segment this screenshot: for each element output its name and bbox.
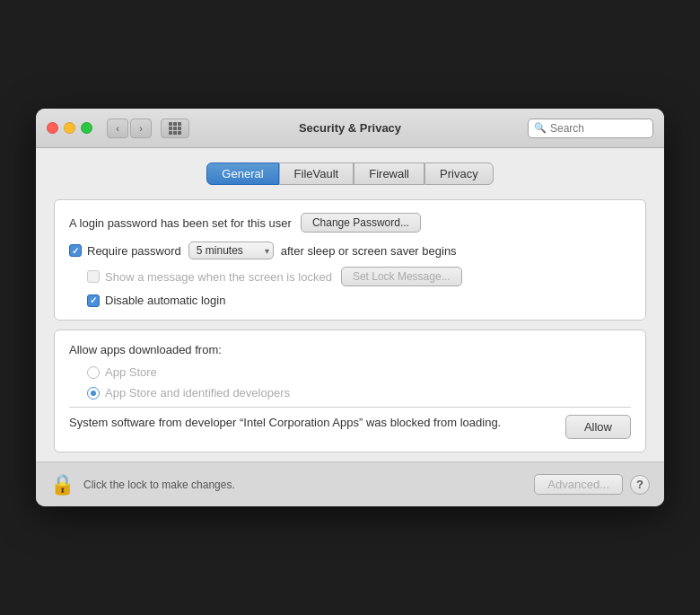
require-password-label: Require password bbox=[69, 244, 181, 258]
disable-autologin-checkbox[interactable] bbox=[87, 294, 100, 307]
allow-apps-section: Allow apps downloaded from: App Store Ap… bbox=[54, 329, 646, 452]
radio-group: App Store App Store and identified devel… bbox=[87, 365, 631, 400]
radio-appstore-identified-label: App Store and identified developers bbox=[87, 386, 631, 400]
footer-text: Click the lock to make changes. bbox=[83, 479, 534, 491]
login-password-row: A login password has been set for this u… bbox=[69, 213, 631, 233]
password-timeout-wrapper: 5 minutes immediately 1 minute 15 minute… bbox=[188, 242, 274, 259]
footer: 🔒 Click the lock to make changes. Advanc… bbox=[36, 461, 664, 506]
require-password-suffix: after sleep or screen saver begins bbox=[281, 244, 457, 258]
tab-bar: General FileVault Firewall Privacy bbox=[54, 163, 646, 185]
lock-icon[interactable]: 🔒 bbox=[50, 473, 74, 496]
tab-privacy[interactable]: Privacy bbox=[424, 163, 494, 185]
allow-apps-title: Allow apps downloaded from: bbox=[69, 343, 631, 356]
content-area: General FileVault Firewall Privacy A log… bbox=[36, 148, 664, 461]
search-icon: 🔍 bbox=[534, 122, 547, 134]
show-message-row: Show a message when the screen is locked… bbox=[87, 267, 631, 286]
password-section: A login password has been set for this u… bbox=[54, 199, 646, 321]
allow-section: System software from developer “Intel Co… bbox=[69, 415, 631, 439]
grid-view-button[interactable] bbox=[161, 119, 189, 138]
search-box[interactable]: 🔍 bbox=[528, 119, 653, 138]
footer-right: Advanced... ? bbox=[534, 474, 650, 495]
disable-autologin-label: Disable automatic login bbox=[87, 294, 225, 307]
require-password-checkbox[interactable] bbox=[69, 244, 82, 257]
radio-appstore-identified-text: App Store and identified developers bbox=[105, 386, 290, 400]
require-password-text: Require password bbox=[87, 244, 181, 258]
back-button[interactable]: ‹ bbox=[107, 119, 128, 138]
system-software-text: System software from developer “Intel Co… bbox=[69, 415, 551, 431]
radio-appstore-label: App Store bbox=[87, 365, 631, 379]
disable-autologin-row: Disable automatic login bbox=[87, 294, 631, 307]
login-password-text: A login password has been set for this u… bbox=[69, 216, 292, 230]
show-message-label: Show a message when the screen is locked bbox=[87, 270, 332, 284]
password-timeout-select[interactable]: 5 minutes immediately 1 minute 15 minute… bbox=[188, 242, 274, 259]
change-password-button[interactable]: Change Password... bbox=[301, 213, 421, 233]
nav-arrows: ‹ › bbox=[107, 119, 152, 138]
tab-filevault[interactable]: FileVault bbox=[279, 163, 354, 185]
grid-icon bbox=[169, 122, 181, 135]
require-password-row: Require password 5 minutes immediately 1… bbox=[69, 242, 631, 259]
tab-firewall[interactable]: Firewall bbox=[354, 163, 424, 185]
divider bbox=[69, 407, 631, 408]
radio-appstore-identified[interactable] bbox=[87, 387, 100, 400]
show-message-text: Show a message when the screen is locked bbox=[105, 270, 332, 284]
radio-appstore-text: App Store bbox=[105, 365, 157, 379]
radio-appstore[interactable] bbox=[87, 366, 100, 379]
tab-general[interactable]: General bbox=[206, 163, 278, 185]
search-input[interactable] bbox=[550, 122, 647, 135]
close-button[interactable] bbox=[47, 122, 58, 134]
maximize-button[interactable] bbox=[81, 122, 92, 134]
set-lock-message-button[interactable]: Set Lock Message... bbox=[341, 267, 462, 286]
disable-autologin-text: Disable automatic login bbox=[105, 294, 225, 307]
minimize-button[interactable] bbox=[64, 122, 75, 134]
show-message-checkbox[interactable] bbox=[87, 270, 100, 283]
advanced-button[interactable]: Advanced... bbox=[534, 474, 623, 495]
forward-button[interactable]: › bbox=[130, 119, 152, 138]
window-title: Security & Privacy bbox=[299, 121, 401, 135]
help-button[interactable]: ? bbox=[630, 475, 650, 495]
allow-button[interactable]: Allow bbox=[565, 415, 631, 439]
main-window: ‹ › Security & Privacy 🔍 General FileVau… bbox=[36, 109, 664, 506]
traffic-lights bbox=[47, 122, 92, 134]
titlebar: ‹ › Security & Privacy 🔍 bbox=[36, 109, 664, 148]
